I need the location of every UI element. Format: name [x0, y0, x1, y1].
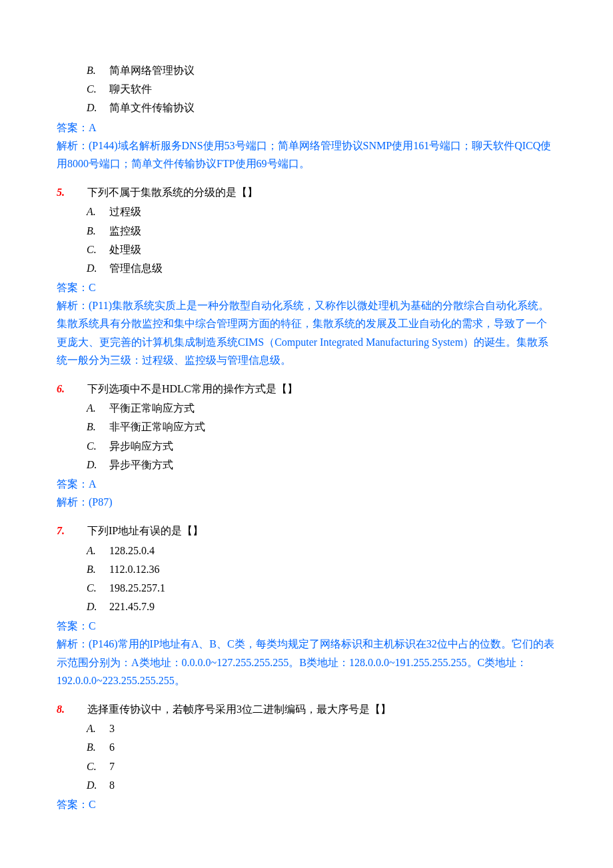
- q6-answer: 答案：A: [57, 475, 556, 493]
- option-text: 3: [109, 719, 115, 737]
- option-b: B. 112.0.12.36: [87, 560, 556, 578]
- q6-question: 6. 下列选项中不是HDLC常用的操作方式是【】: [57, 380, 556, 398]
- option-c: C. 198.25.257.1: [87, 579, 556, 597]
- option-letter: B.: [87, 222, 109, 240]
- option-c: C. 异步响应方式: [87, 437, 556, 455]
- q6-explain: 解析：(P87): [57, 493, 556, 511]
- option-text: 非平衡正常响应方式: [109, 418, 205, 436]
- q5-explain: 解析：(P11)集散系统实质上是一种分散型自动化系统，又称作以微处理机为基础的分…: [57, 296, 556, 369]
- option-text: 6: [109, 738, 115, 756]
- option-c: C. 处理级: [87, 240, 556, 258]
- option-text: 128.25.0.4: [109, 542, 155, 560]
- question-number: 5.: [57, 183, 85, 201]
- option-letter: D.: [87, 456, 109, 474]
- option-letter: B.: [87, 61, 109, 79]
- q7-explain: 解析：(P146)常用的IP地址有A、B、C类，每类均规定了网络标识和主机标识在…: [57, 635, 556, 689]
- question-number: 7.: [57, 522, 85, 540]
- option-letter: A.: [87, 542, 109, 560]
- option-text: 异步响应方式: [109, 437, 173, 455]
- question-number: 6.: [57, 380, 85, 398]
- option-letter: A.: [87, 203, 109, 220]
- q4-answer: 答案：A: [57, 119, 556, 137]
- question-text: 选择重传协议中，若帧序号采用3位二进制编码，最大序号是【】: [87, 703, 391, 715]
- option-letter: C.: [87, 240, 109, 258]
- option-b: B. 6: [87, 738, 556, 756]
- option-a: A. 3: [87, 719, 556, 737]
- q7-answer: 答案：C: [57, 617, 556, 635]
- q5-question: 5. 下列不属于集散系统的分级的是【】: [57, 183, 556, 201]
- option-letter: B.: [87, 738, 109, 756]
- option-letter: B.: [87, 560, 109, 578]
- option-text: 简单文件传输协议: [109, 99, 195, 117]
- option-c: C. 聊天软件: [87, 80, 556, 98]
- q7-question: 7. 下列IP地址有误的是【】: [57, 522, 556, 540]
- option-c: C. 7: [87, 757, 556, 775]
- option-letter: A.: [87, 399, 109, 417]
- q8-answer: 答案：C: [57, 795, 556, 813]
- option-b: B. 监控级: [87, 222, 556, 240]
- option-a: A. 平衡正常响应方式: [87, 399, 556, 417]
- q5-answer: 答案：C: [57, 278, 556, 296]
- option-d: D. 异步平衡方式: [87, 456, 556, 474]
- q8-options: A. 3 B. 6 C. 7 D. 8: [87, 719, 556, 794]
- question-number: 8.: [57, 700, 85, 718]
- q6-options: A. 平衡正常响应方式 B. 非平衡正常响应方式 C. 异步响应方式 D. 异步…: [87, 399, 556, 474]
- option-text: 管理信息级: [109, 259, 163, 277]
- q5-options: A. 过程级 B. 监控级 C. 处理级 D. 管理信息级: [87, 203, 556, 277]
- option-b: B. 简单网络管理协议: [87, 61, 556, 79]
- option-text: 监控级: [109, 222, 141, 240]
- q4-options: B. 简单网络管理协议 C. 聊天软件 D. 简单文件传输协议: [87, 61, 556, 117]
- option-d: D. 管理信息级: [87, 259, 556, 277]
- option-text: 平衡正常响应方式: [109, 399, 195, 417]
- option-text: 处理级: [109, 240, 141, 258]
- q4-explain: 解析：(P144)域名解析服务DNS使用53号端口；简单网络管理协议SNMP使用…: [57, 137, 556, 173]
- option-text: 7: [109, 757, 115, 775]
- option-text: 8: [109, 776, 115, 794]
- option-text: 简单网络管理协议: [109, 61, 195, 79]
- option-letter: B.: [87, 418, 109, 436]
- option-letter: C.: [87, 579, 109, 597]
- option-letter: D.: [87, 776, 109, 794]
- option-letter: D.: [87, 259, 109, 277]
- option-text: 198.25.257.1: [109, 579, 165, 597]
- option-letter: A.: [87, 719, 109, 737]
- option-text: 异步平衡方式: [109, 456, 173, 474]
- option-text: 过程级: [109, 203, 141, 220]
- option-a: A. 128.25.0.4: [87, 542, 556, 560]
- option-text: 聊天软件: [109, 80, 152, 98]
- question-text: 下列不属于集散系统的分级的是【】: [87, 187, 258, 198]
- option-d: D. 8: [87, 776, 556, 794]
- option-letter: C.: [87, 80, 109, 98]
- option-letter: D.: [87, 99, 109, 117]
- option-letter: C.: [87, 437, 109, 455]
- option-d: D. 221.45.7.9: [87, 598, 556, 616]
- option-text: 112.0.12.36: [109, 560, 159, 578]
- q7-options: A. 128.25.0.4 B. 112.0.12.36 C. 198.25.2…: [87, 542, 556, 616]
- question-text: 下列选项中不是HDLC常用的操作方式是【】: [87, 383, 298, 394]
- option-b: B. 非平衡正常响应方式: [87, 418, 556, 436]
- q8-question: 8. 选择重传协议中，若帧序号采用3位二进制编码，最大序号是【】: [57, 700, 556, 718]
- option-a: A. 过程级: [87, 203, 556, 220]
- option-d: D. 简单文件传输协议: [87, 99, 556, 117]
- question-text: 下列IP地址有误的是【】: [87, 525, 203, 536]
- option-letter: C.: [87, 757, 109, 775]
- option-letter: D.: [87, 598, 109, 616]
- option-text: 221.45.7.9: [109, 598, 155, 616]
